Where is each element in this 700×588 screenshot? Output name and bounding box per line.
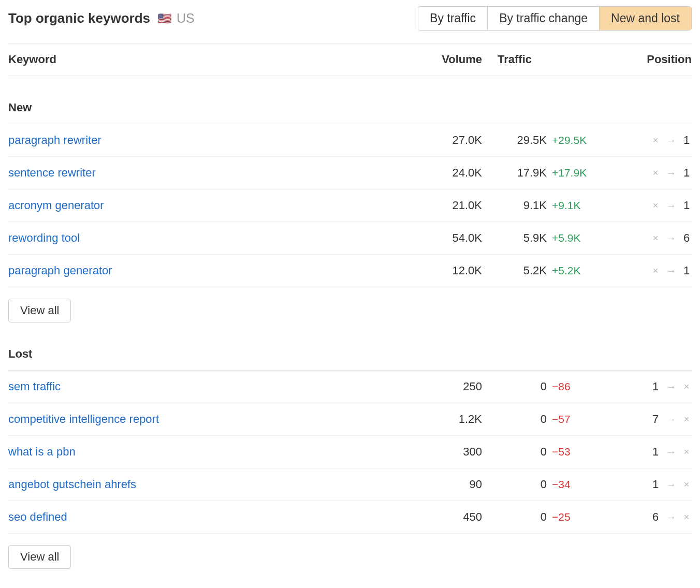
volume-value: 24.0K (415, 166, 482, 180)
volume-value: 300 (415, 445, 482, 459)
position-from: × (650, 167, 661, 179)
traffic-delta: −34 (552, 478, 571, 491)
arrow-right-icon: → (666, 167, 676, 179)
position-to: × (681, 479, 692, 490)
arrow-right-icon: → (666, 232, 676, 244)
widget-header: Top organic keywords 🇺🇸 US By traffic By… (8, 6, 692, 43)
position-cell: × → 1 (604, 199, 692, 212)
table-row: sentence rewriter 24.0K 17.9K +17.9K × →… (8, 157, 692, 189)
columns-header: Keyword Volume Traffic Position (8, 43, 692, 76)
tab-by-traffic-change[interactable]: By traffic change (488, 7, 600, 30)
keyword-link[interactable]: paragraph rewriter (8, 134, 415, 147)
position-from: 1 (650, 445, 661, 459)
col-keyword: Keyword (8, 53, 415, 66)
volume-value: 27.0K (415, 134, 482, 147)
position-to: × (681, 414, 692, 425)
arrow-right-icon: → (666, 479, 676, 491)
position-cell: 1 → × (604, 445, 692, 459)
volume-value: 90 (415, 478, 482, 491)
traffic-delta: −57 (552, 413, 571, 425)
table-row: seo defined 450 0 −25 6 → × (8, 501, 692, 534)
traffic-cell: 0 −25 (482, 510, 604, 524)
position-to: 1 (681, 264, 692, 277)
keyword-link[interactable]: rewording tool (8, 231, 415, 245)
volume-value: 450 (415, 510, 482, 524)
col-position: Position (604, 53, 692, 66)
traffic-delta: −53 (552, 446, 571, 458)
traffic-cell: 0 −86 (482, 380, 604, 393)
position-to: × (681, 511, 692, 523)
tab-by-traffic[interactable]: By traffic (418, 7, 488, 30)
keyword-link[interactable]: competitive intelligence report (8, 413, 415, 426)
position-from: × (650, 265, 661, 276)
arrow-right-icon: → (666, 200, 676, 212)
table-row: angebot gutschein ahrefs 90 0 −34 1 → × (8, 468, 692, 501)
traffic-value: 0 (498, 413, 547, 426)
keyword-link[interactable]: angebot gutschein ahrefs (8, 478, 415, 491)
col-volume: Volume (415, 53, 482, 66)
arrow-right-icon: → (666, 265, 676, 277)
section-title-lost: Lost (8, 322, 692, 371)
traffic-value: 0 (498, 478, 547, 491)
country-label: US (177, 11, 195, 26)
tab-new-and-lost[interactable]: New and lost (600, 7, 691, 30)
traffic-cell: 5.2K +5.2K (482, 264, 604, 277)
position-cell: × → 1 (604, 264, 692, 277)
table-row: acronym generator 21.0K 9.1K +9.1K × → 1 (8, 189, 692, 222)
view-all-lost-button[interactable]: View all (8, 545, 71, 569)
position-from: 6 (650, 510, 661, 524)
view-tabs: By traffic By traffic change New and los… (418, 6, 692, 31)
position-from: × (650, 232, 661, 244)
arrow-right-icon: → (666, 511, 676, 523)
traffic-cell: 0 −53 (482, 445, 604, 459)
traffic-delta: +5.9K (552, 232, 580, 244)
traffic-value: 9.1K (498, 199, 547, 212)
traffic-delta: +29.5K (552, 134, 587, 146)
traffic-value: 29.5K (498, 134, 547, 147)
view-all-new-button[interactable]: View all (8, 299, 71, 322)
position-cell: 7 → × (604, 413, 692, 426)
traffic-value: 5.9K (498, 231, 547, 245)
position-from: × (650, 200, 661, 211)
traffic-cell: 29.5K +29.5K (482, 134, 604, 147)
volume-value: 250 (415, 380, 482, 393)
position-cell: × → 1 (604, 134, 692, 147)
keyword-link[interactable]: seo defined (8, 510, 415, 524)
keyword-link[interactable]: sentence rewriter (8, 166, 415, 180)
traffic-cell: 0 −34 (482, 478, 604, 491)
position-to: × (681, 446, 692, 458)
volume-value: 21.0K (415, 199, 482, 212)
traffic-delta: +5.2K (552, 264, 580, 277)
position-cell: 1 → × (604, 478, 692, 491)
table-row: what is a pbn 300 0 −53 1 → × (8, 436, 692, 468)
flag-icon: 🇺🇸 (157, 12, 171, 25)
table-row: competitive intelligence report 1.2K 0 −… (8, 403, 692, 436)
position-cell: × → 6 (604, 231, 692, 245)
position-from: 1 (650, 478, 661, 491)
traffic-delta: +9.1K (552, 199, 580, 212)
position-to: 1 (681, 199, 692, 212)
traffic-value: 17.9K (498, 166, 547, 180)
table-row: sem traffic 250 0 −86 1 → × (8, 371, 692, 403)
widget-title: Top organic keywords (8, 10, 150, 26)
keyword-link[interactable]: acronym generator (8, 199, 415, 212)
table-row: paragraph rewriter 27.0K 29.5K +29.5K × … (8, 124, 692, 157)
table-row: rewording tool 54.0K 5.9K +5.9K × → 6 (8, 222, 692, 255)
table-row: paragraph generator 12.0K 5.2K +5.2K × →… (8, 255, 692, 287)
title-group: Top organic keywords 🇺🇸 US (8, 10, 195, 26)
arrow-right-icon: → (666, 135, 676, 146)
arrow-right-icon: → (666, 446, 676, 458)
traffic-value: 0 (498, 510, 547, 524)
traffic-cell: 5.9K +5.9K (482, 231, 604, 245)
position-cell: × → 1 (604, 166, 692, 180)
position-to: 1 (681, 166, 692, 180)
traffic-delta: +17.9K (552, 167, 587, 179)
keyword-link[interactable]: paragraph generator (8, 264, 415, 277)
arrow-right-icon: → (666, 414, 676, 425)
volume-value: 1.2K (415, 413, 482, 426)
traffic-delta: −25 (552, 511, 571, 523)
keyword-link[interactable]: sem traffic (8, 380, 415, 393)
keyword-link[interactable]: what is a pbn (8, 445, 415, 459)
position-from: 1 (650, 380, 661, 393)
position-from: 7 (650, 413, 661, 426)
